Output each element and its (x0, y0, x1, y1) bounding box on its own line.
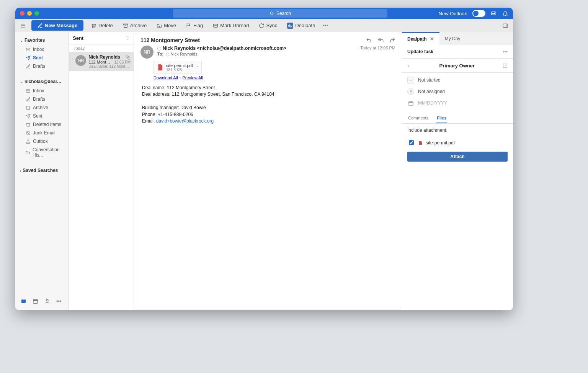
attachment-checkbox[interactable] (409, 140, 414, 145)
open-external-icon[interactable] (503, 63, 508, 68)
download-all-link[interactable]: Download All (154, 75, 178, 80)
notifications-icon[interactable] (502, 10, 508, 16)
sent-icon (25, 113, 31, 119)
sync-button[interactable]: Sync (256, 21, 279, 30)
account-section[interactable]: ⌄nicholas@dealpath... (15, 77, 69, 87)
favorites-section[interactable]: ⌄Favorites (15, 35, 69, 45)
pdf-file-icon (418, 140, 423, 146)
sender-avatar: NR (140, 46, 154, 59)
junk-icon (25, 130, 31, 136)
acct-conversation-history[interactable]: Conversation His... (15, 146, 69, 159)
folder-drafts[interactable]: Drafts (15, 62, 69, 70)
folder-icon (25, 150, 30, 155)
folder-inbox[interactable]: Inbox (15, 45, 69, 54)
dealpath-addin-button[interactable]: dp Dealpath (285, 21, 317, 30)
msg-time: 12:05 PM (114, 60, 131, 64)
module-switcher: ••• (15, 295, 69, 307)
expand-thread-icon[interactable]: › (72, 54, 73, 69)
calendar-icon (407, 100, 414, 106)
archive-icon (25, 105, 31, 110)
acct-drafts[interactable]: Drafts (15, 95, 69, 103)
reading-pane: 112 Montgomery Street NR Nick Reynolds <… (135, 33, 401, 309)
subtab-files[interactable]: Files (436, 113, 447, 123)
msg-preview: Deal name: 112 Montgo... (88, 64, 131, 69)
back-icon[interactable]: ‹ (407, 62, 412, 69)
attachment-card[interactable]: site-permit.pdf 181.3 KB (154, 61, 202, 74)
acct-inbox[interactable]: Inbox (15, 87, 69, 95)
svg-line-14 (26, 131, 29, 134)
more-icon[interactable]: ••• (503, 49, 508, 54)
svg-rect-6 (124, 24, 128, 25)
msg-subject: 112 Montgom... (88, 60, 113, 64)
attachment-checkbox-row[interactable]: site-permit.pdf (402, 137, 513, 149)
svg-point-23 (410, 90, 412, 92)
overflow-icon[interactable]: ••• (323, 23, 328, 28)
date-field[interactable]: MM/DD/YYYY (402, 97, 513, 109)
mark-unread-button[interactable]: Mark Unread (211, 21, 251, 30)
trash-icon (25, 122, 31, 127)
more-modules-icon[interactable]: ••• (56, 298, 62, 304)
folder-sent[interactable]: Sent (15, 54, 69, 62)
main-body: ⌄Favorites Inbox Sent Drafts ⌄nicholas@d… (15, 32, 513, 310)
mail-module-icon[interactable] (21, 298, 26, 304)
acct-outbox[interactable]: Outbox (15, 137, 69, 146)
delete-button[interactable]: Delete (89, 21, 115, 30)
message-list-header: Sent (69, 32, 134, 44)
avatar: NR (75, 55, 86, 66)
email-link[interactable]: david+bowie@blackrock.org (156, 118, 214, 124)
assignee-field[interactable]: Not assigned (402, 86, 513, 97)
hamburger-icon[interactable] (20, 23, 26, 29)
reply-all-icon[interactable] (378, 38, 384, 43)
acct-deleted[interactable]: Deleted Items (15, 120, 69, 129)
acct-sent[interactable]: Sent (15, 112, 69, 120)
msglist-section-today: Today (69, 44, 134, 52)
folder-pane: ⌄Favorites Inbox Sent Drafts ⌄nicholas@d… (15, 32, 69, 310)
coming-soon-icon[interactable] (491, 10, 497, 16)
preview-all-link[interactable]: Preview All (182, 75, 203, 80)
inbox-icon (25, 47, 31, 52)
forward-icon[interactable] (390, 38, 395, 43)
minimize-window[interactable] (27, 11, 32, 16)
calendar-module-icon[interactable] (33, 298, 38, 304)
toolbar: New Message Delete Archive Move Flag Mar… (15, 19, 513, 32)
svg-point-0 (270, 12, 273, 15)
acct-junk[interactable]: Junk Email (15, 129, 69, 137)
svg-rect-12 (26, 106, 30, 107)
saved-searches-section[interactable]: ›Saved Searches (15, 165, 69, 175)
search-placeholder: Search (276, 11, 291, 16)
app-window: Search New Outlook New Message Delete (15, 8, 513, 310)
svg-rect-17 (33, 299, 38, 303)
zoom-window[interactable] (34, 11, 39, 16)
flag-button[interactable]: Flag (184, 21, 205, 30)
new-message-button[interactable]: New Message (31, 20, 83, 31)
people-module-icon[interactable] (44, 298, 50, 304)
outbox-icon (25, 139, 31, 144)
window-controls (20, 11, 39, 16)
filter-icon[interactable] (125, 36, 130, 41)
close-window[interactable] (20, 11, 24, 16)
message-list-pane: Sent Today › NR Nick Reynolds 📎 112 Mont… (69, 32, 134, 310)
msg-sender: Nick Reynolds (88, 54, 120, 60)
status-field[interactable]: – Not started (402, 74, 513, 86)
email-timestamp: Today at 12:05 PM (360, 46, 395, 59)
include-attachment-label: Include attachment: (402, 124, 513, 137)
subtab-comments[interactable]: Comments (407, 113, 429, 123)
move-button[interactable]: Move (154, 21, 178, 30)
status-icon: – (407, 77, 414, 83)
reply-icon[interactable] (366, 38, 372, 43)
close-icon[interactable]: ✕ (430, 36, 434, 42)
new-outlook-toggle[interactable] (472, 10, 485, 17)
message-item[interactable]: › NR Nick Reynolds 📎 112 Montgom... 12:0… (69, 52, 134, 71)
global-search[interactable]: Search (173, 9, 387, 18)
panel-tab-myday[interactable]: My Day (439, 32, 466, 45)
email-subject: 112 Montgomery Street (140, 37, 200, 43)
svg-rect-8 (503, 24, 508, 27)
attach-button[interactable]: Attach (407, 152, 508, 162)
titlebar: Search New Outlook (15, 8, 513, 19)
svg-point-19 (46, 299, 48, 301)
panel-tab-dealpath[interactable]: Dealpath ✕ (402, 32, 439, 45)
expand-pane-icon[interactable] (502, 23, 508, 29)
svg-rect-24 (408, 101, 413, 105)
archive-button[interactable]: Archive (121, 21, 149, 30)
acct-archive[interactable]: Archive (15, 103, 69, 112)
